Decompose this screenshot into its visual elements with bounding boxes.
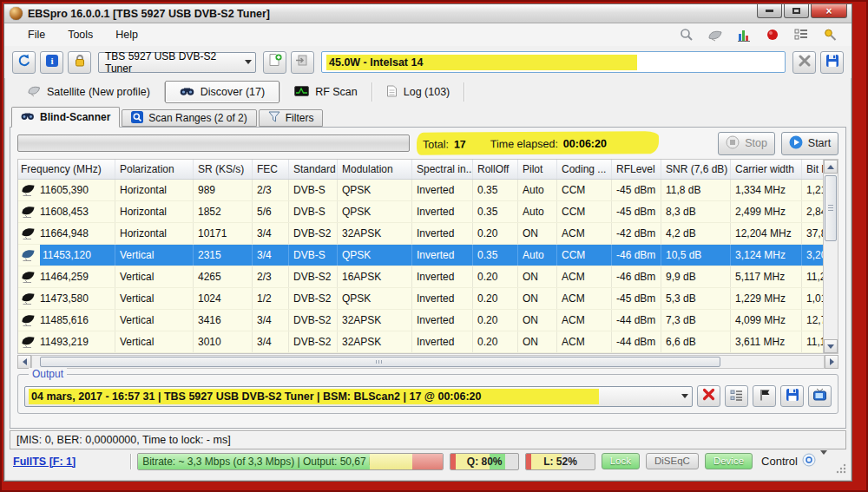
info-button[interactable]: i (40, 51, 63, 74)
close-button[interactable]: × (811, 4, 847, 18)
tab-filters[interactable]: Filters (259, 109, 324, 127)
chart-icon[interactable] (736, 27, 752, 43)
scroll-down-button[interactable] (824, 339, 838, 353)
column-header[interactable]: Pilot (518, 160, 557, 179)
table-cell: 11605,390 (18, 180, 115, 200)
vertical-scrollbar[interactable] (824, 159, 838, 354)
tab-discover[interactable]: Discover (17) (165, 81, 279, 103)
output-select[interactable]: 04 mars, 2017 - 16:57 31 | TBS 5927 USB … (24, 386, 693, 407)
column-header[interactable]: Standard (289, 160, 338, 179)
search-icon[interactable] (679, 27, 694, 43)
column-header[interactable]: SR (KS/s) (194, 160, 253, 179)
output-save-button[interactable] (780, 385, 804, 407)
refresh-button[interactable] (12, 51, 36, 74)
output-delete-button[interactable] (697, 385, 720, 407)
column-header[interactable]: Spectral in... (412, 160, 473, 179)
output-details-button[interactable] (725, 385, 748, 407)
column-header[interactable]: Frequency (MHz) (18, 160, 115, 179)
table-body: 11605,390Horizontal9892/3DVB-SQPSKInvert… (18, 180, 823, 353)
table-cell: 5,117 MHz (731, 266, 802, 287)
table-row[interactable]: 11493,219Vertical30103/4DVB-S232APSKInve… (18, 331, 823, 353)
satellite-dish-icon (27, 85, 41, 100)
table-cell: 1852 (194, 201, 253, 222)
satellite-name-input[interactable]: 45.0W - Intelsat 14 (321, 51, 786, 73)
output-flag-button[interactable] (753, 385, 776, 407)
record-icon[interactable] (765, 27, 780, 43)
elapsed-label: Time elapsed: (490, 138, 558, 150)
tv-icon (812, 388, 827, 404)
column-header[interactable]: RollOff (473, 160, 518, 179)
stop-label: Stop (745, 137, 767, 149)
column-header[interactable]: Modulation (338, 160, 412, 179)
start-button[interactable]: Start (781, 132, 838, 155)
menu-bar: File Tools Help (4, 23, 852, 46)
column-header[interactable]: Carrier width (731, 160, 802, 179)
table-cell: 16APSK (338, 266, 412, 287)
lock-tool-button[interactable] (68, 51, 91, 74)
stop-button[interactable]: Stop (718, 132, 775, 155)
table-row[interactable]: 11605,390Horizontal9892/3DVB-SQPSKInvert… (18, 180, 823, 201)
signal-meter-icon[interactable] (707, 27, 723, 43)
table-cell: 1,013 M (802, 288, 823, 309)
clear-button[interactable] (792, 51, 816, 74)
column-header[interactable]: Coding ... (557, 160, 612, 179)
column-header[interactable]: Polarization (115, 160, 194, 179)
column-header[interactable]: FEC (253, 160, 289, 179)
frequency-value: 11605,390 (40, 180, 115, 200)
table-cell: 0.35 (473, 245, 518, 266)
menu-help[interactable]: Help (104, 26, 149, 43)
table-cell: DVB-S2 (289, 331, 338, 352)
menu-file[interactable]: File (16, 26, 56, 43)
scroll-up-button[interactable] (824, 160, 838, 174)
tuner-select[interactable]: TBS 5927 USB DVB-S2 Tuner (98, 52, 256, 73)
control-menu[interactable]: Control (761, 453, 829, 469)
output-tv-button[interactable] (808, 385, 832, 407)
tab-scan-ranges[interactable]: Scan Ranges (2 of 2) (122, 109, 256, 127)
maximize-button[interactable] (784, 4, 809, 18)
assign-profile-button[interactable] (291, 51, 314, 74)
column-header[interactable]: RFLevel (612, 160, 661, 179)
fullts-link[interactable]: FullTS [F: 1] (10, 456, 124, 468)
table-row[interactable]: 11473,580Vertical10241/2DVB-S2QPSKInvert… (18, 288, 823, 310)
table-cell: ON (518, 288, 557, 309)
table-row[interactable]: 11464,259Vertical42652/3DVB-S216APSKInve… (18, 266, 823, 288)
lock-status-button[interactable]: Lock (602, 453, 640, 469)
horizontal-scroll-thumb[interactable] (40, 357, 720, 367)
resize-grip[interactable] (835, 462, 846, 473)
table-row[interactable]: 11453,120Vertical23153/4DVB-SQPSKInverte… (18, 245, 823, 266)
table-cell: ON (518, 266, 557, 287)
menu-tools[interactable]: Tools (56, 26, 104, 43)
table-cell: 4265 (194, 266, 253, 287)
diseqc-button[interactable]: DiSEqC (646, 453, 699, 469)
new-document-icon (267, 53, 282, 71)
column-header[interactable]: Bit Rat (802, 160, 823, 179)
tab-satellite[interactable]: Satellite (New profile) (13, 81, 164, 103)
chevron-down-icon (677, 394, 692, 398)
rf-monitor-icon (294, 86, 309, 99)
new-profile-button[interactable] (263, 51, 286, 74)
device-button[interactable]: Device (705, 453, 753, 469)
checklist-icon[interactable] (793, 27, 809, 43)
funnel-icon (268, 111, 280, 125)
table-row[interactable]: 11664,948Horizontal101713/4DVB-S232APSKI… (18, 223, 823, 245)
frequency-value: 11493,219 (40, 331, 115, 352)
tab-log[interactable]: Log (103) (372, 81, 464, 103)
pin-icon[interactable] (822, 27, 838, 43)
output-group-label: Output (29, 368, 67, 380)
scroll-left-button[interactable] (17, 355, 31, 369)
column-header[interactable]: SNR (7,6 dB) (661, 160, 731, 179)
table-row[interactable]: 11608,453Horizontal18525/6DVB-SQPSKInver… (18, 201, 823, 223)
satellite-dish-icon (21, 183, 36, 197)
stop-icon (726, 135, 740, 152)
table-row[interactable]: 11485,616Vertical34163/4DVB-S232APSKInve… (18, 310, 823, 331)
tab-label: Blind-Scanner (40, 111, 110, 123)
minimize-button[interactable] (757, 4, 782, 18)
tab-rf-scan[interactable]: RF Scan (280, 81, 372, 103)
vertical-scroll-thumb[interactable] (825, 175, 837, 241)
table-cell: 6,6 dB (661, 331, 731, 352)
title-bar[interactable]: EBSpro 16.0.0.1 [TBS 5927 USB DVB-S2 Tun… (4, 4, 852, 23)
save-toolbar-button[interactable] (820, 51, 844, 74)
scroll-right-button[interactable] (825, 355, 838, 369)
tab-blind-scanner[interactable]: Blind-Scanner (11, 107, 120, 128)
horizontal-scrollbar[interactable] (17, 355, 838, 369)
